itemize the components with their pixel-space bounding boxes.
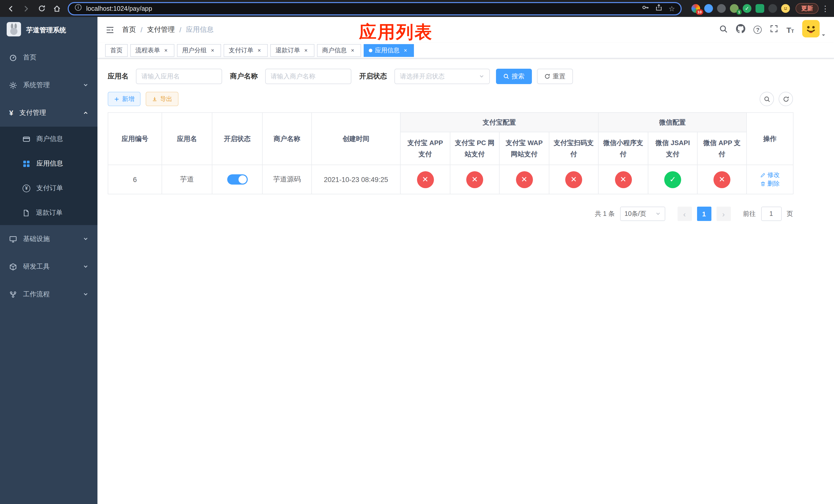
sidebar-item-home[interactable]: 首页 — [0, 44, 97, 71]
extension-icon-7[interactable] — [768, 4, 777, 13]
close-icon[interactable]: × — [349, 47, 356, 53]
extension-icon-3[interactable] — [717, 4, 726, 13]
edit-icon — [760, 172, 766, 178]
search-button[interactable]: 搜索 — [496, 69, 532, 84]
app-logo-row[interactable]: 芋道管理系统 — [0, 17, 97, 44]
key-icon[interactable] — [642, 4, 650, 13]
export-button[interactable]: 导出 — [146, 92, 178, 106]
back-icon[interactable] — [4, 2, 18, 15]
font-size-icon[interactable]: TT — [787, 26, 794, 33]
tab-app-info[interactable]: 应用信息 × — [364, 44, 414, 56]
merchant-name-input[interactable] — [265, 69, 351, 84]
tab-refund-order[interactable]: 退款订单 × — [270, 44, 314, 56]
sidebar-item-devtools[interactable]: 研发工具 — [0, 253, 97, 280]
edit-link[interactable]: 修改 — [760, 171, 780, 180]
status-toggle[interactable] — [227, 174, 247, 185]
extension-icon-6[interactable] — [755, 4, 764, 13]
payment-submenu: 商户信息 应用信息 ¥ 支付订单 退款订单 — [0, 127, 97, 225]
extension-icon-8[interactable] — [781, 4, 790, 13]
help-icon[interactable]: ? — [754, 26, 762, 34]
monitor-icon — [9, 235, 17, 243]
order-icon: ¥ — [23, 184, 30, 192]
gear-icon — [9, 81, 17, 89]
bookmark-star-icon[interactable]: ☆ — [668, 4, 675, 13]
next-page-button[interactable]: › — [716, 207, 731, 221]
cell-created-at: 2021-10-23 08:49:25 — [312, 165, 400, 194]
breadcrumb: 首页 / 支付管理 / 应用信息 — [122, 25, 214, 35]
browser-update-button[interactable]: 更新 — [795, 3, 819, 14]
column-header-status: 开启状态 — [212, 113, 262, 165]
card-icon — [23, 135, 30, 143]
extension-icon-1[interactable]: 10 — [692, 4, 700, 13]
fullscreen-icon[interactable] — [770, 25, 778, 35]
close-icon[interactable]: × — [209, 47, 216, 53]
add-button[interactable]: 新增 — [108, 92, 140, 106]
cell-app-name: 芋道 — [162, 165, 212, 194]
sidebar-item-payment-order[interactable]: ¥ 支付订单 — [0, 176, 97, 201]
status-select[interactable]: 请选择开启状态 — [394, 69, 489, 84]
close-icon[interactable]: × — [256, 47, 263, 53]
chevron-down-icon — [479, 74, 484, 79]
column-header-merchant: 商户名称 — [262, 113, 312, 165]
reset-button[interactable]: 重置 — [537, 69, 573, 84]
page-content: 应用名 商户名称 开启状态 请选择开启状态 搜索 重置 — [97, 59, 793, 221]
tab-payment-order[interactable]: 支付订单 × — [224, 44, 268, 56]
chevron-down-icon — [83, 291, 88, 298]
app-title: 芋道管理系统 — [26, 26, 66, 35]
sidebar-item-refund-order[interactable]: 退款订单 — [0, 201, 97, 225]
extension-icon-5[interactable]: ✓ — [743, 4, 751, 13]
prev-page-button[interactable]: ‹ — [677, 207, 692, 221]
column-header-alipay-qr: 支付宝扫码支付 — [549, 132, 598, 165]
toggle-search-button[interactable] — [760, 92, 774, 106]
close-icon[interactable]: × — [402, 47, 409, 53]
breadcrumb-item-payment[interactable]: 支付管理 — [147, 25, 175, 35]
sidebar-item-merchant-info[interactable]: 商户信息 — [0, 127, 97, 151]
sidebar-item-payment[interactable]: ¥ 支付管理 — [0, 99, 97, 127]
browser-menu-icon[interactable]: ⋮ — [821, 4, 830, 13]
breadcrumb-separator: / — [179, 26, 181, 33]
close-icon[interactable]: × — [303, 47, 309, 53]
sidebar-item-system[interactable]: 系统管理 — [0, 71, 97, 99]
forward-icon[interactable] — [20, 2, 33, 15]
delete-link[interactable]: 删除 — [760, 180, 780, 188]
url-text[interactable]: localhost:1024/pay/app — [86, 5, 638, 12]
page-size-select[interactable]: 10条/页 — [620, 207, 665, 221]
info-icon[interactable] — [74, 4, 82, 13]
sidebar-item-infrastructure[interactable]: 基础设施 — [0, 225, 97, 253]
table-row: 6 芋道 芋道源码 2021-10-23 08:49:25 ✕ ✕ ✕ ✕ ✕ — [108, 165, 793, 194]
sidebar-item-workflow[interactable]: 工作流程 — [0, 280, 97, 308]
sidebar-collapse-icon[interactable] — [106, 25, 114, 34]
tab-home[interactable]: 首页 — [105, 44, 128, 56]
share-icon[interactable] — [655, 4, 663, 13]
page-button-1[interactable]: 1 — [697, 207, 711, 221]
table-toolbar: 新增 导出 — [108, 92, 793, 106]
refresh-table-button[interactable] — [778, 92, 793, 106]
avatar[interactable] — [802, 20, 820, 40]
github-icon[interactable] — [736, 24, 746, 36]
pagination-total: 共 1 条 — [595, 209, 615, 218]
extension-icon-4[interactable]: 1 — [730, 4, 739, 13]
document-icon — [23, 209, 30, 216]
user-menu[interactable] — [802, 20, 826, 40]
goto-page-input[interactable] — [761, 207, 782, 221]
close-icon[interactable]: × — [162, 47, 169, 53]
tab-user-group[interactable]: 用户分组 × — [177, 44, 221, 56]
address-bar[interactable]: localhost:1024/pay/app ☆ — [68, 2, 682, 15]
search-icon[interactable] — [719, 24, 728, 35]
reload-icon[interactable] — [35, 2, 48, 15]
home-icon[interactable] — [50, 2, 64, 15]
column-header-app-name: 应用名 — [162, 113, 212, 165]
group-header-wechat: 微信配置 — [598, 113, 747, 132]
tab-merchant-info[interactable]: 商户信息 × — [317, 44, 361, 56]
browser-toolbar: localhost:1024/pay/app ☆ 10 1 ✓ — [0, 0, 834, 17]
cell-app-id: 6 — [108, 165, 162, 194]
alipay-pc-status-icon: ✕ — [466, 171, 483, 188]
column-header-wechat-lite: 微信小程序支付 — [598, 132, 648, 165]
extension-icon-2[interactable] — [704, 4, 713, 13]
top-navbar: 首页 / 支付管理 / 应用信息 应用列表 ? — [97, 17, 834, 43]
pagination: 共 1 条 10条/页 ‹ 1 › 前往 页 — [108, 207, 793, 221]
breadcrumb-item-home[interactable]: 首页 — [122, 25, 136, 35]
app-name-input[interactable] — [136, 69, 222, 84]
tab-process-form[interactable]: 流程表单 × — [130, 44, 174, 56]
sidebar-item-app-info[interactable]: 应用信息 — [0, 151, 97, 176]
